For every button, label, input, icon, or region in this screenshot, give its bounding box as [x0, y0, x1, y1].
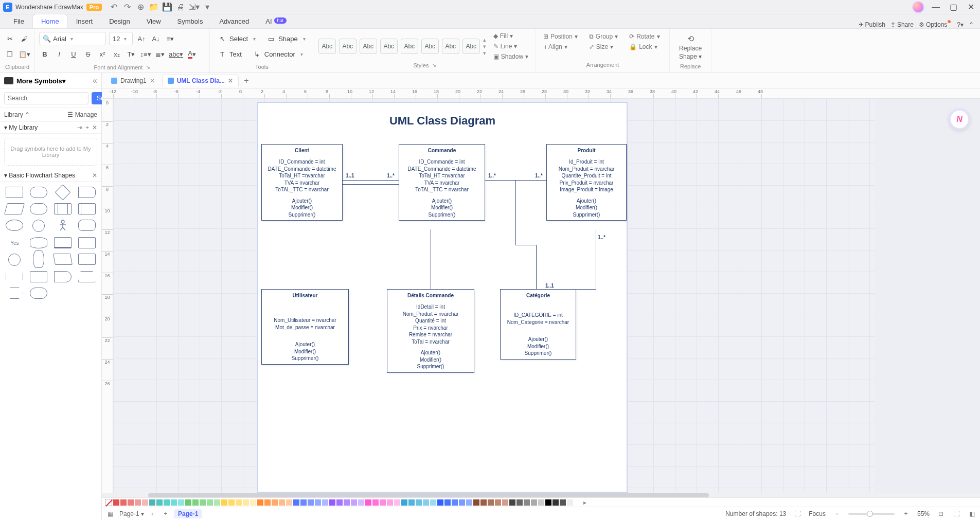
- color-swatch[interactable]: [394, 499, 400, 506]
- font-size-select[interactable]: 12▾: [109, 32, 133, 45]
- decrease-font-button[interactable]: A↓: [150, 33, 162, 44]
- style-chip[interactable]: Abc: [339, 39, 357, 54]
- font-color-button[interactable]: A▾: [186, 48, 198, 60]
- add-page-button[interactable]: +: [161, 510, 171, 517]
- open-button[interactable]: 📁: [149, 3, 158, 12]
- shape-internal[interactable]: [78, 203, 96, 214]
- clear-format-button[interactable]: abc▾: [169, 48, 183, 60]
- menu-insert[interactable]: Insert: [68, 14, 101, 28]
- close-tab-icon[interactable]: ✕: [150, 77, 155, 84]
- connector-tool[interactable]: ↳Connector▾: [249, 47, 307, 61]
- shape-process2[interactable]: [78, 254, 96, 265]
- canvas[interactable]: UML Class Diagram Client ID_Commande = i…: [113, 99, 980, 493]
- color-swatch[interactable]: [574, 499, 580, 506]
- shape-manual-input[interactable]: [53, 254, 73, 265]
- color-swatch[interactable]: [488, 499, 494, 506]
- color-swatch[interactable]: [300, 499, 307, 506]
- zoom-in-button[interactable]: +: [902, 510, 910, 518]
- shape-rounded[interactable]: [78, 220, 96, 231]
- add-tab-button[interactable]: +: [241, 75, 252, 86]
- page-selector[interactable]: Page-1 ▾: [119, 510, 144, 517]
- shape-roundrect[interactable]: [30, 187, 47, 198]
- shape-connector[interactable]: [8, 254, 21, 266]
- color-swatch[interactable]: [466, 499, 472, 506]
- focus-icon[interactable]: ⛶: [793, 510, 801, 518]
- zoom-slider[interactable]: [848, 513, 895, 515]
- menu-file[interactable]: File: [5, 14, 32, 28]
- options-button[interactable]: ⚙ Options: [919, 21, 952, 28]
- publish-button[interactable]: ✈ Publish: [859, 21, 885, 28]
- gallery-down[interactable]: ▾: [483, 43, 486, 50]
- export-button[interactable]: ⇲▾: [189, 3, 199, 12]
- color-swatch[interactable]: [279, 499, 285, 506]
- color-swatch[interactable]: [113, 499, 119, 506]
- color-swatch[interactable]: [128, 499, 134, 506]
- strike-button[interactable]: S: [82, 48, 94, 60]
- fullscreen-button[interactable]: ⛶: [952, 510, 960, 518]
- shadow-button[interactable]: ▣ Shadow ▾: [490, 52, 531, 61]
- line-button[interactable]: ✎ Line ▾: [490, 42, 531, 51]
- scrollbar-thumb[interactable]: [148, 493, 709, 497]
- text-tool[interactable]: TText: [214, 47, 246, 61]
- shape-cylinder[interactable]: [30, 237, 47, 248]
- minimize-button[interactable]: —: [930, 1, 942, 13]
- color-swatch[interactable]: [567, 499, 573, 506]
- color-swatch[interactable]: [408, 499, 415, 506]
- basic-shapes-section[interactable]: ▾ Basic Flowchart Shapes: [4, 172, 75, 179]
- color-swatch[interactable]: [120, 499, 127, 506]
- styles-gallery[interactable]: AbcAbcAbcAbcAbcAbcAbcAbc ▴ ▾ ▾: [318, 34, 486, 59]
- help-button[interactable]: ?▾: [957, 21, 964, 28]
- style-chip[interactable]: Abc: [421, 39, 439, 54]
- font-launcher[interactable]: ↘: [146, 64, 150, 70]
- color-swatch[interactable]: [293, 499, 299, 506]
- print-button[interactable]: 🖨: [176, 3, 185, 12]
- select-tool[interactable]: ↖Select▾: [214, 31, 260, 46]
- share-button[interactable]: ⇪ Share: [890, 21, 914, 28]
- color-swatch[interactable]: [178, 499, 184, 506]
- group-button[interactable]: ⧉ Group ▾: [586, 32, 621, 41]
- color-swatch[interactable]: [264, 499, 271, 506]
- doc-tab-uml[interactable]: UML Class Dia...✕: [162, 75, 239, 86]
- undo-button[interactable]: ↶: [109, 3, 118, 12]
- zoom-out-button[interactable]: −: [833, 510, 841, 518]
- more-colors-button[interactable]: ▸: [583, 499, 586, 506]
- color-swatch[interactable]: [480, 499, 487, 506]
- color-swatch[interactable]: [560, 499, 566, 506]
- lib-export-icon[interactable]: ⇥: [77, 124, 82, 131]
- shape-pill[interactable]: [30, 288, 47, 299]
- conn-h1[interactable]: [515, 245, 536, 245]
- horizontal-scrollbar[interactable]: [102, 493, 980, 497]
- class-categorie[interactable]: Catégorie ID_CATEGORIE = intNom_Categori…: [500, 289, 576, 360]
- color-swatch[interactable]: [171, 499, 177, 506]
- shape-parallelogram[interactable]: [4, 203, 25, 214]
- conn-client-commande-2[interactable]: [343, 184, 399, 185]
- class-produit[interactable]: Produit Id_Produit = intNom_Produit = nv…: [546, 144, 627, 221]
- shape-doc[interactable]: [78, 187, 96, 198]
- shape-box[interactable]: [78, 237, 96, 248]
- color-swatch[interactable]: [437, 499, 443, 506]
- shape-circle[interactable]: [32, 220, 45, 232]
- zoom-slider-thumb[interactable]: [867, 511, 873, 517]
- bold-button[interactable]: B: [39, 48, 50, 60]
- paste-button[interactable]: 📋▾: [19, 48, 30, 60]
- active-page-tab[interactable]: Page-1: [174, 509, 202, 518]
- color-swatch[interactable]: [524, 499, 530, 506]
- color-swatch[interactable]: [372, 499, 379, 506]
- underline-button[interactable]: U: [68, 48, 79, 60]
- color-swatch[interactable]: [214, 499, 220, 506]
- color-swatch[interactable]: [135, 499, 141, 506]
- line-spacing-button[interactable]: ↕≡▾: [140, 48, 151, 60]
- increase-font-button[interactable]: A↑: [136, 33, 147, 44]
- color-swatch[interactable]: [228, 499, 235, 506]
- lib-add-icon[interactable]: +: [85, 124, 89, 131]
- color-swatch[interactable]: [365, 499, 371, 506]
- styles-launcher[interactable]: ↘: [432, 62, 436, 68]
- shape-actor[interactable]: [54, 220, 72, 231]
- close-tab-icon[interactable]: ✕: [228, 77, 233, 84]
- shape-ellipse[interactable]: [6, 220, 23, 231]
- close-button[interactable]: ✕: [965, 1, 977, 13]
- color-swatch[interactable]: [315, 499, 321, 506]
- color-swatch[interactable]: [149, 499, 155, 506]
- user-avatar[interactable]: [912, 1, 924, 13]
- subscript-button[interactable]: x₂: [111, 48, 122, 60]
